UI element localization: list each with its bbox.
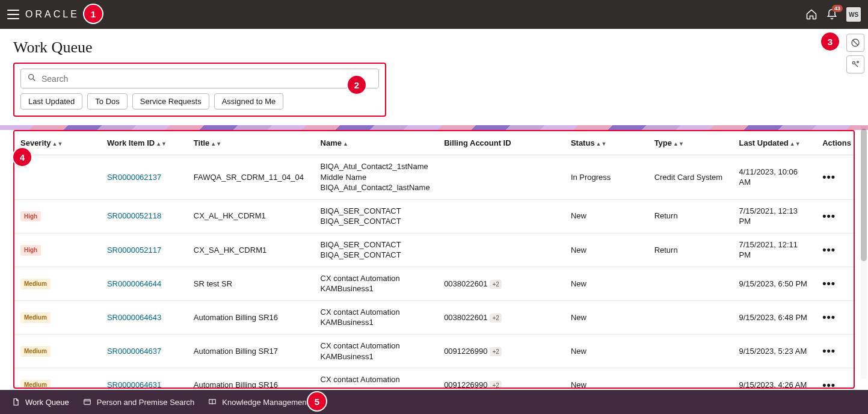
row-actions-button[interactable]: ••• xyxy=(822,345,836,357)
table-row[interactable]: Medium SR0000064637 Automation Billing S… xyxy=(14,335,854,368)
chip-todos[interactable]: To Dos xyxy=(87,93,127,110)
search-input[interactable] xyxy=(42,74,372,84)
cell-billing xyxy=(438,233,565,267)
col-header-title[interactable]: Title▲▼ xyxy=(188,131,315,155)
work-item-link[interactable]: SR0000064644 xyxy=(107,279,161,288)
chip-service-requests[interactable]: Service Requests xyxy=(132,93,209,110)
cell-updated: 7/15/2021, 12:11 PM xyxy=(733,233,816,267)
notifications-icon[interactable]: 43 xyxy=(826,8,838,20)
table-row[interactable]: High SR0000052117 CX_SA_HK_CDRM1 BIQA_SE… xyxy=(14,233,854,267)
header-right: 43 WS xyxy=(805,7,861,22)
cell-updated: 4/11/2023, 10:06 AM xyxy=(733,155,816,200)
search-field[interactable] xyxy=(20,69,379,88)
filter-chips: Last Updated To Dos Service Requests Ass… xyxy=(20,93,379,110)
cell-updated: 7/15/2021, 12:13 PM xyxy=(733,199,816,233)
header-left: ORACLE xyxy=(7,9,79,20)
cell-severity: Medium xyxy=(14,335,101,368)
severity-badge: Medium xyxy=(20,346,51,357)
cell-billing: 0038022601+2 xyxy=(438,300,565,334)
chip-assigned-to-me[interactable]: Assigned to Me xyxy=(214,93,284,110)
nav-label: Work Queue xyxy=(25,398,69,407)
work-item-link[interactable]: SR0000062137 xyxy=(107,173,161,182)
search-panel: Last Updated To Dos Service Requests Ass… xyxy=(13,63,386,117)
cell-billing: 0091226990+2 xyxy=(438,335,565,368)
col-header-label: Status xyxy=(571,138,595,147)
col-header-billing[interactable]: Billing Account ID xyxy=(438,131,565,155)
col-header-label: Name xyxy=(321,138,342,147)
page-content: Work Queue Last Updated To Dos Service R… xyxy=(0,29,868,390)
scrollbar[interactable] xyxy=(861,126,867,379)
work-item-link[interactable]: SR0000052117 xyxy=(107,246,161,255)
cell-updated: 9/15/2023, 6:50 PM xyxy=(733,267,816,300)
row-actions-button[interactable]: ••• xyxy=(822,277,836,289)
annotation-5: 5 xyxy=(308,392,326,410)
row-actions-button[interactable]: ••• xyxy=(822,311,836,323)
work-item-link[interactable]: SR0000064643 xyxy=(107,313,161,322)
severity-badge: Medium xyxy=(20,279,51,289)
cell-actions: ••• xyxy=(816,335,854,368)
cell-type xyxy=(648,368,733,389)
cell-type xyxy=(648,335,733,368)
row-actions-button[interactable]: ••• xyxy=(822,171,836,183)
cell-billing: 0091226990+2 xyxy=(438,368,565,389)
col-header-last-updated[interactable]: Last Updated▲▼ xyxy=(733,131,816,155)
cell-status: New xyxy=(565,368,648,389)
row-actions-button[interactable]: ••• xyxy=(822,210,836,222)
nav-person-premise[interactable]: Person and Premise Search xyxy=(82,397,195,407)
cell-actions: ••• xyxy=(816,155,854,200)
cell-status: New xyxy=(565,233,648,267)
work-queue-table: Severity▲▼ Work Item ID▲▼ Title▲▼ Name▲ … xyxy=(13,130,855,389)
cell-name: CX contact Automation KAMBusiness1 xyxy=(315,267,439,300)
chip-last-updated[interactable]: Last Updated xyxy=(20,93,82,110)
col-header-label: Billing Account ID xyxy=(444,138,511,147)
cell-name: CX contact Automation KAMBusiness1 xyxy=(315,300,439,334)
annotation-4: 4 xyxy=(13,148,31,166)
cell-severity: Medium xyxy=(14,300,101,334)
col-header-actions: Actions xyxy=(816,131,854,155)
cell-work-item-id: SR0000064631 xyxy=(101,368,188,389)
home-icon[interactable] xyxy=(805,8,817,20)
cell-actions: ••• xyxy=(816,368,854,389)
cell-actions: ••• xyxy=(816,300,854,334)
col-header-work-item-id[interactable]: Work Item ID▲▼ xyxy=(101,131,188,155)
cell-title: Automation Billing SR16 xyxy=(188,368,315,389)
severity-badge: Medium xyxy=(20,380,51,389)
cell-severity: High xyxy=(14,233,101,267)
work-item-link[interactable]: SR0000064637 xyxy=(107,347,161,356)
document-icon xyxy=(11,397,20,407)
cell-work-item-id: SR0000064643 xyxy=(101,300,188,334)
severity-badge: High xyxy=(20,245,41,256)
col-header-status[interactable]: Status▲▼ xyxy=(565,131,648,155)
cell-type: Return xyxy=(648,199,733,233)
table-row[interactable]: SR0000062137 FAWQA_SR_CDRM_11_04_04 BIQA… xyxy=(14,155,854,200)
avatar[interactable]: WS xyxy=(846,7,861,22)
brand-text: ORACLE xyxy=(25,9,79,20)
nav-menu-button[interactable] xyxy=(7,10,19,19)
svg-rect-4 xyxy=(84,400,91,404)
cell-work-item-id: SR0000064644 xyxy=(101,267,188,300)
cell-status: New xyxy=(565,300,648,334)
row-actions-button[interactable]: ••• xyxy=(822,379,836,389)
bottom-nav: Work Queue Person and Premise Search Kno… xyxy=(0,390,868,414)
cell-name: BIQA_SER_CONTACT BIQA_SER_CONTACT xyxy=(315,233,439,267)
nav-knowledge[interactable]: Knowledge Management xyxy=(208,397,309,407)
row-actions-button[interactable]: ••• xyxy=(822,244,836,256)
cell-severity: Medium xyxy=(14,368,101,389)
table-row[interactable]: Medium SR0000064631 Automation Billing S… xyxy=(14,368,854,389)
col-header-name[interactable]: Name▲ xyxy=(315,131,439,155)
cell-work-item-id: SR0000062137 xyxy=(101,155,188,200)
work-item-link[interactable]: SR0000052118 xyxy=(107,211,161,220)
scrollbar-thumb[interactable] xyxy=(861,129,867,261)
table-row[interactable]: Medium SR0000064644 SR test SR CX contac… xyxy=(14,267,854,300)
cell-name: BIQA_Atul_Contact2_1stName Middle Name B… xyxy=(315,155,439,200)
severity-badge: Medium xyxy=(20,312,51,323)
work-item-link[interactable]: SR0000064631 xyxy=(107,380,161,389)
table-row[interactable]: Medium SR0000064643 Automation Billing S… xyxy=(14,300,854,334)
cell-title: Automation Billing SR17 xyxy=(188,335,315,368)
cell-title: SR test SR xyxy=(188,267,315,300)
nav-label: Knowledge Management xyxy=(222,398,309,407)
nav-work-queue[interactable]: Work Queue xyxy=(11,397,69,407)
col-header-type[interactable]: Type▲▼ xyxy=(648,131,733,155)
count-badge: +2 xyxy=(490,280,501,289)
table-row[interactable]: High SR0000052118 CX_AL_HK_CDRM1 BIQA_SE… xyxy=(14,199,854,233)
